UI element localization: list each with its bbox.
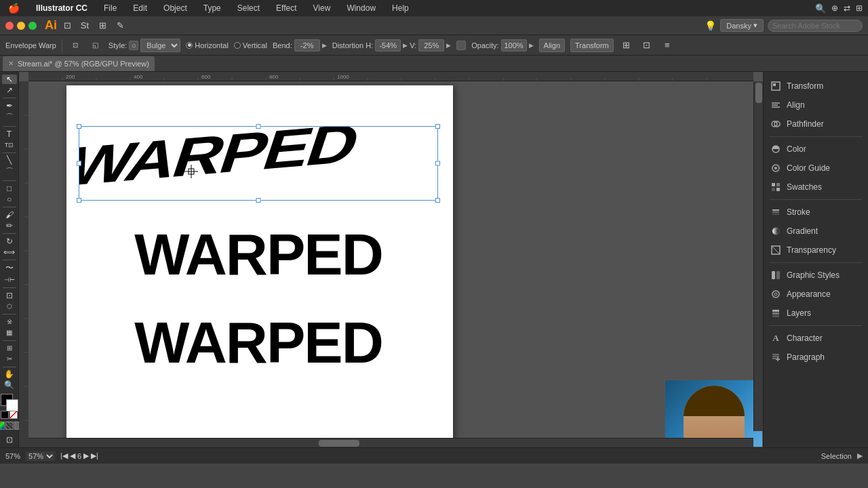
hand-tool[interactable]: ✋ <box>2 369 17 379</box>
vertical-scrollbar[interactable] <box>753 81 763 431</box>
zoom-tool[interactable]: 🔍 <box>2 380 17 390</box>
paragraph-panel-item[interactable]: Paragraph <box>764 348 868 366</box>
width-tool[interactable]: ⊣⊢ <box>2 275 17 285</box>
color-guide-panel-item[interactable]: Color Guide <box>764 159 868 177</box>
gradient-icon[interactable] <box>5 422 14 430</box>
warp-icon1[interactable]: ⊡ <box>68 38 83 53</box>
warp-icon2[interactable]: ◱ <box>88 38 103 53</box>
rectangle-tool[interactable]: □ <box>2 184 17 193</box>
menu-view[interactable]: View <box>311 2 334 14</box>
perspective-tool[interactable]: ⬡ <box>2 302 17 311</box>
transform-button[interactable]: Transform <box>570 39 614 52</box>
menu-file[interactable]: File <box>101 2 119 14</box>
bend-right-arrow[interactable]: ▶ <box>322 42 327 49</box>
handle-top-mid[interactable] <box>256 124 261 129</box>
free-transform-tool[interactable]: ⊡ <box>2 291 17 300</box>
stroke-panel-item[interactable]: Stroke <box>764 203 868 221</box>
hscroll-thumb[interactable] <box>319 440 359 447</box>
nav-next[interactable]: ▶ <box>83 451 89 460</box>
ellipse-tool[interactable]: ○ <box>2 195 17 204</box>
handle-bottom-left[interactable] <box>77 198 81 203</box>
appearance-panel-item[interactable]: Appearance <box>764 285 868 303</box>
handle-top-right[interactable] <box>435 124 440 129</box>
warp-envelope[interactable]: WARPED <box>79 126 438 201</box>
handle-bottom-right[interactable] <box>435 198 440 203</box>
scroll-thumb[interactable] <box>755 83 762 103</box>
touch-type-tool[interactable]: T⊡ <box>2 140 17 150</box>
maximize-button[interactable] <box>28 22 37 30</box>
dist-h-right-arrow[interactable]: ▶ <box>403 42 408 49</box>
stock-icon[interactable]: St <box>77 18 92 33</box>
horizontal-scrollbar[interactable] <box>28 438 753 447</box>
menu-icon[interactable]: ≡ <box>660 38 675 53</box>
horizontal-radio[interactable]: Horizontal <box>186 41 229 49</box>
bend-input[interactable] <box>294 39 320 52</box>
menu-effect[interactable]: Effect <box>273 2 299 14</box>
align-panel-item[interactable]: Align <box>764 96 868 114</box>
swatches-panel-item[interactable]: Swatches <box>764 178 868 196</box>
nav-last[interactable]: ▶| <box>91 451 98 460</box>
dist-v-right-arrow[interactable]: ▶ <box>446 42 451 49</box>
graphic-styles-panel-item[interactable]: Graphic Styles <box>764 266 868 284</box>
vertical-radio[interactable]: Vertical <box>234 41 267 49</box>
menu-app[interactable]: Illustrator CC <box>33 2 90 14</box>
rotate-tool[interactable]: ↻ <box>2 236 17 245</box>
align-button[interactable]: Align <box>539 39 565 52</box>
selection-tool[interactable]: ↖ <box>2 75 17 84</box>
pen-icon[interactable]: ✎ <box>113 18 127 33</box>
zoom-select[interactable]: 57% <box>26 451 55 461</box>
menu-object[interactable]: Object <box>161 2 190 14</box>
expand-icon[interactable]: ⊡ <box>639 38 654 53</box>
background-color[interactable] <box>6 399 18 411</box>
search-icon[interactable]: 🔍 <box>815 3 826 14</box>
bridge-icon[interactable]: ⊡ <box>60 18 75 33</box>
close-button[interactable] <box>5 22 14 30</box>
distortion-h-input[interactable] <box>375 39 401 52</box>
style-select[interactable]: Bulge <box>140 39 180 52</box>
document-tab[interactable]: ✕ Stream.ai* @ 57% (RGB/GPU Preview) <box>3 56 155 71</box>
color-panel-item[interactable]: Color <box>764 140 868 158</box>
color-mode-icon[interactable] <box>0 422 5 430</box>
column-graph-tool[interactable]: ▦ <box>2 328 17 338</box>
menu-help[interactable]: Help <box>389 2 412 14</box>
minimize-button[interactable] <box>17 22 25 30</box>
opacity-arrow[interactable]: ▶ <box>529 42 534 49</box>
layers-panel-item[interactable]: Layers <box>764 304 868 322</box>
handle-bottom-mid[interactable] <box>256 198 261 203</box>
symbol-sprayer-tool[interactable]: ※ <box>2 317 17 327</box>
menu-select[interactable]: Select <box>235 2 262 14</box>
apple-menu[interactable]: 🍎 <box>5 1 22 15</box>
artboard-tool[interactable]: ⊞ <box>2 343 17 352</box>
reflect-tool[interactable]: ⟺ <box>2 247 17 257</box>
none-swatch[interactable] <box>1 411 9 419</box>
grid-icon[interactable]: ⊞ <box>619 38 634 53</box>
character-panel-item[interactable]: A Character <box>764 329 868 347</box>
search-input[interactable] <box>768 20 863 32</box>
pathfinder-panel-item[interactable]: Pathfinder <box>764 115 868 133</box>
curvature-tool[interactable]: ⌒ <box>2 112 17 123</box>
direct-selection-tool[interactable]: ↗ <box>2 85 17 95</box>
menu-window[interactable]: Window <box>344 2 378 14</box>
transform-panel-item[interactable]: Transform <box>764 77 868 95</box>
slice-tool[interactable]: ✂ <box>2 354 17 364</box>
transparency-panel-item[interactable]: Transparency <box>764 241 868 259</box>
libraries-icon[interactable]: ⊞ <box>95 18 110 33</box>
pen-tool[interactable]: ✒ <box>2 101 17 110</box>
handle-top-left[interactable] <box>77 124 81 129</box>
menu-edit[interactable]: Edit <box>130 2 150 14</box>
pencil-tool[interactable]: ✏ <box>2 221 17 230</box>
handle-mid-right[interactable] <box>435 161 440 166</box>
gradient-panel-item[interactable]: Gradient <box>764 222 868 240</box>
warp-tool[interactable]: 〜 <box>2 262 17 274</box>
type-tool[interactable]: T <box>2 129 17 138</box>
menu-type[interactable]: Type <box>201 2 224 14</box>
change-screen-mode-icon[interactable]: ⊡ <box>2 435 17 445</box>
distortion-v-input[interactable] <box>418 39 444 52</box>
user-button[interactable]: Dansky ▾ <box>720 19 764 32</box>
tab-close-button[interactable]: ✕ <box>8 60 14 67</box>
nav-first[interactable]: |◀ <box>60 451 68 460</box>
paintbrush-tool[interactable]: 🖌 <box>2 210 17 220</box>
handle-mid-left[interactable] <box>77 161 81 166</box>
nav-prev[interactable]: ◀ <box>70 451 75 460</box>
arc-tool[interactable]: ⌒ <box>2 166 17 178</box>
